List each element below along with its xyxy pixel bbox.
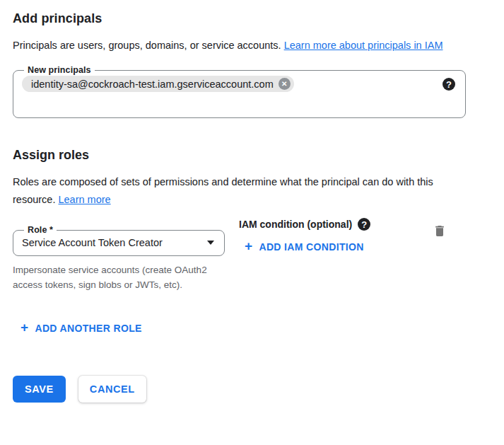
iam-condition-label-row: IAM condition (optional) ? [239, 218, 370, 231]
page-title: Add principals [13, 11, 491, 26]
dropdown-arrow-icon [207, 241, 214, 245]
plus-icon: + [245, 239, 252, 253]
plus-icon: + [20, 320, 28, 334]
footer-actions: SAVE CANCEL [13, 376, 491, 403]
role-label: Role * [24, 225, 57, 235]
iam-condition-column: IAM condition (optional) ? + ADD IAM CON… [239, 214, 370, 254]
principals-help-icon[interactable]: ? [443, 78, 455, 91]
new-principals-label: New principals [24, 65, 95, 75]
principal-chip-label: identity-sa@cockroach-test.iam.gservicea… [31, 79, 274, 90]
cancel-button[interactable]: CANCEL [78, 376, 146, 403]
add-principals-panel: Add principals Principals are users, gro… [0, 0, 504, 403]
trash-icon [433, 230, 447, 241]
delete-role-column [431, 214, 448, 242]
principal-chip[interactable]: identity-sa@cockroach-test.iam.gservicea… [22, 76, 294, 92]
new-principals-field[interactable]: New principals identity-sa@cockroach-tes… [13, 65, 466, 118]
role-column: Role * Service Account Token Creator Imp… [13, 214, 225, 292]
chip-close-icon[interactable]: ✕ [279, 78, 291, 90]
learn-more-roles-link[interactable]: Learn more [58, 194, 110, 205]
iam-condition-help-icon[interactable]: ? [358, 218, 370, 231]
delete-role-button[interactable] [431, 222, 448, 242]
learn-more-principals-link[interactable]: Learn more about principals in IAM [284, 40, 443, 51]
principals-description: Principals are users, groups, domains, o… [13, 37, 472, 54]
role-row: Role * Service Account Token Creator Imp… [13, 214, 491, 292]
principals-description-text: Principals are users, groups, domains, o… [13, 40, 284, 51]
new-principals-input-area[interactable]: identity-sa@cockroach-test.iam.gservicea… [22, 76, 457, 92]
role-helper-text: Impersonate service accounts (create OAu… [13, 262, 214, 292]
add-another-role-label: ADD ANOTHER ROLE [35, 323, 141, 334]
role-select[interactable]: Role * Service Account Token Creator [13, 225, 225, 256]
roles-description: Roles are composed of sets of permission… [13, 173, 455, 209]
assign-roles-title: Assign roles [13, 148, 491, 163]
add-iam-condition-button[interactable]: + ADD IAM CONDITION [245, 240, 364, 253]
iam-condition-label: IAM condition (optional) [239, 219, 352, 230]
add-another-role-button[interactable]: + ADD ANOTHER ROLE [20, 321, 142, 335]
add-iam-condition-label: ADD IAM CONDITION [259, 241, 363, 253]
save-button[interactable]: SAVE [13, 376, 66, 403]
role-selected-value: Service Account Token Creator [22, 237, 163, 248]
role-select-value-row[interactable]: Service Account Token Creator [22, 237, 216, 248]
